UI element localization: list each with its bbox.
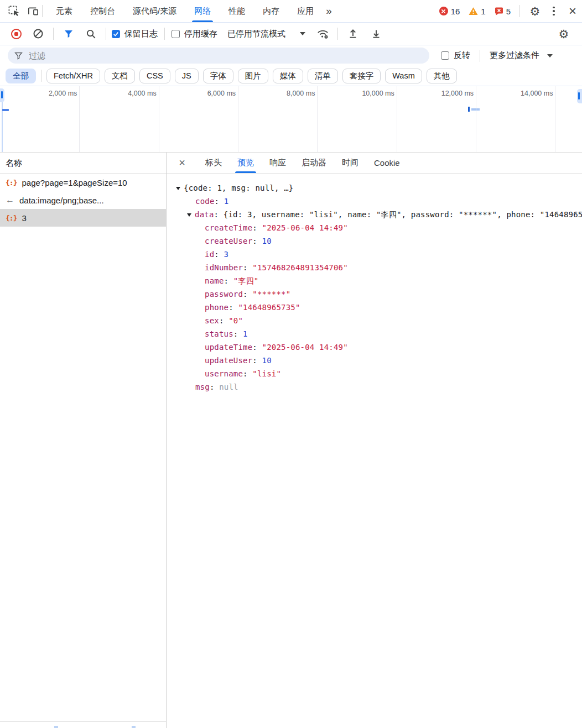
throttling-dropdown[interactable]: 已停用节流模式: [227, 29, 305, 39]
preview-tree-row-6[interactable]: idNumber: "157468264891354706": [167, 261, 582, 274]
main-tab-0[interactable]: 元素: [47, 0, 81, 22]
settings-gear-icon[interactable]: ⚙: [526, 2, 544, 20]
main-tab-5[interactable]: 内存: [254, 0, 288, 22]
error-count-badge[interactable]: 16: [439, 7, 460, 16]
main-tab-6[interactable]: 应用: [288, 0, 323, 22]
invert-checkbox[interactable]: [441, 51, 449, 60]
request-list-header[interactable]: 名称: [0, 153, 166, 174]
main-tab-3[interactable]: 网络: [185, 0, 220, 22]
more-filters-dropdown[interactable]: 更多过滤条件: [490, 50, 553, 61]
timeline-right-grip[interactable]: [577, 89, 582, 103]
preview-tree-row-0[interactable]: {code: 1, msg: null, …}: [167, 181, 582, 195]
warning-count-badge[interactable]: 1: [469, 7, 485, 16]
json-text: :: [233, 329, 243, 338]
preview-tree-row-7[interactable]: name: "李四": [167, 274, 582, 287]
request-marker: [468, 107, 470, 112]
kebab-menu-icon[interactable]: [544, 2, 563, 20]
json-number-value: 10: [262, 356, 272, 365]
json-number-value: 10: [262, 237, 272, 245]
preview-tree-row-3[interactable]: createTime: "2025-06-04 14:49": [167, 221, 582, 234]
timeline-tick-label: 8,000 ms: [254, 90, 315, 97]
chip-7[interactable]: 媒体: [273, 69, 303, 83]
preview-tree-row-14[interactable]: username: "lisi": [167, 367, 582, 380]
collapse-arrow-icon[interactable]: [187, 213, 191, 217]
timeline-left-grip[interactable]: [0, 88, 4, 102]
preview-tree-row-9[interactable]: phone: "14648965735": [167, 301, 582, 314]
request-row-0[interactable]: {:}page?page=1&pageSize=10: [0, 174, 166, 191]
disable-cache-label[interactable]: 停用缓存: [184, 29, 217, 39]
chip-0[interactable]: 全部: [6, 69, 36, 83]
device-toolbar-icon[interactable]: [23, 2, 42, 20]
detail-tab-0[interactable]: 标头: [198, 153, 230, 173]
preview-tree-row-1[interactable]: code: 1: [167, 195, 582, 208]
preview-tree-row-15[interactable]: msg: null: [167, 380, 582, 394]
record-network-log-button[interactable]: [7, 25, 25, 43]
detail-tab-4[interactable]: 时间: [334, 153, 366, 173]
chip-3[interactable]: CSS: [139, 69, 170, 83]
chip-8[interactable]: 清单: [308, 69, 338, 83]
json-key: createTime: [205, 223, 252, 232]
more-tabs-chevron-icon[interactable]: »: [326, 5, 332, 17]
chip-11[interactable]: 其他: [427, 69, 457, 83]
detail-tab-2[interactable]: 响应: [262, 153, 294, 173]
throttling-value: 已停用节流模式: [227, 29, 285, 39]
filter-input[interactable]: [28, 50, 423, 61]
preview-tree-row-13[interactable]: updateUser: 10: [167, 354, 582, 367]
json-text: :: [252, 343, 262, 352]
preview-tree-row-2[interactable]: data: {id: 3, username: "lisi", name: "李…: [167, 208, 582, 221]
search-icon[interactable]: [81, 25, 100, 43]
chip-5[interactable]: 字体: [203, 69, 233, 83]
detail-tab-5[interactable]: Cookie: [366, 153, 408, 173]
timeline-gridline: [397, 86, 397, 152]
network-overview-timeline[interactable]: 2,000 ms4,000 ms6,000 ms8,000 ms10,000 m…: [0, 86, 582, 153]
preserve-log-label[interactable]: 保留日志: [124, 29, 158, 39]
chip-9[interactable]: 套接字: [342, 69, 381, 83]
json-key: code: [195, 197, 215, 206]
preview-tree-row-4[interactable]: createUser: 10: [167, 234, 582, 248]
json-string-value: "0": [228, 316, 243, 325]
json-null-value: null: [219, 383, 238, 391]
inspect-element-icon[interactable]: [4, 2, 23, 20]
disable-cache-checkbox[interactable]: [172, 30, 180, 38]
chip-1[interactable]: Fetch/XHR: [46, 69, 100, 83]
main-tab-1[interactable]: 控制台: [81, 0, 124, 22]
chip-6[interactable]: 图片: [238, 69, 268, 83]
import-har-icon[interactable]: [344, 25, 362, 43]
main-tab-2[interactable]: 源代码/来源: [124, 0, 185, 22]
network-settings-gear-icon[interactable]: ⚙: [554, 25, 573, 43]
invert-label[interactable]: 反转: [454, 50, 470, 61]
json-key: username: [205, 369, 243, 378]
json-text: :: [210, 383, 219, 391]
network-conditions-icon[interactable]: [313, 25, 332, 43]
json-key: data: [195, 210, 214, 219]
request-rows: {:}page?page=1&pageSize=10←data:image/pn…: [0, 174, 166, 227]
preview-tree-row-8[interactable]: password: "******": [167, 287, 582, 301]
request-row-2[interactable]: {:}3: [0, 209, 166, 227]
filter-funnel-icon: [14, 51, 23, 60]
detail-tab-3[interactable]: 启动器: [294, 153, 334, 173]
chip-10[interactable]: Wasm: [385, 69, 422, 83]
preview-tree-row-11[interactable]: status: 1: [167, 327, 582, 341]
chip-4[interactable]: JS: [175, 69, 199, 83]
close-devtools-icon[interactable]: ×: [563, 2, 582, 20]
main-tab-4[interactable]: 性能: [220, 0, 254, 22]
preview-tree-row-12[interactable]: updateTime: "2025-06-04 14:49": [167, 341, 582, 354]
request-row-1[interactable]: ←data:image/png;base...: [0, 191, 166, 209]
filter-toggle-icon[interactable]: [59, 25, 78, 43]
error-count: 16: [451, 7, 460, 16]
close-detail-icon[interactable]: ×: [167, 153, 198, 173]
issues-count-badge[interactable]: 5: [495, 7, 511, 16]
divider: [164, 28, 165, 40]
preview-tree-row-5[interactable]: id: 3: [167, 248, 582, 261]
preview-tree-row-10[interactable]: sex: "0": [167, 314, 582, 327]
export-har-icon[interactable]: [367, 25, 386, 43]
timeline-tick-label: 12,000 ms: [413, 90, 474, 97]
chip-2[interactable]: 文档: [105, 69, 135, 83]
clear-network-log-button[interactable]: [29, 25, 48, 43]
timeline-gridline: [555, 86, 555, 152]
json-key: updateTime: [205, 343, 252, 352]
detail-tab-1[interactable]: 预览: [230, 153, 262, 173]
json-text: :: [243, 290, 252, 298]
collapse-arrow-icon[interactable]: [176, 187, 180, 190]
preserve-log-checkbox[interactable]: [112, 30, 120, 38]
